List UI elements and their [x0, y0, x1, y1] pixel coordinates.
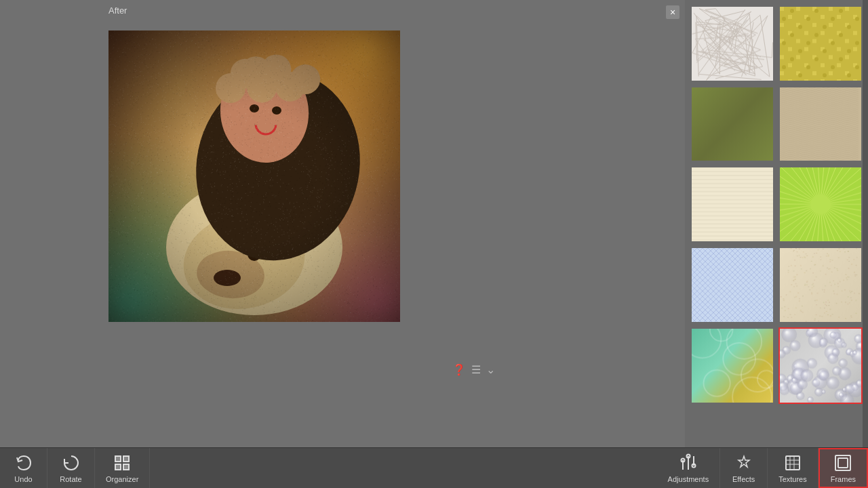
svg-rect-2 [115, 464, 121, 470]
photo-preview [108, 30, 400, 322]
close-button[interactable]: × [666, 5, 679, 19]
after-label: After [108, 5, 127, 16]
textures-label: Textures [778, 475, 807, 483]
svg-rect-10 [786, 456, 800, 470]
adjustments-button[interactable]: Adjustments [657, 448, 721, 488]
texture-item-10[interactable] [778, 327, 863, 404]
frames-button[interactable]: Frames [818, 448, 868, 488]
texture-item-7[interactable] [690, 247, 774, 323]
texture-item-8[interactable] [778, 247, 863, 323]
help-icon[interactable]: ❓ [452, 363, 466, 376]
textures-button[interactable]: Textures [768, 448, 818, 488]
adjustments-icon [679, 453, 698, 472]
texture-item-3[interactable] [690, 86, 774, 163]
texture-item-1[interactable] [690, 5, 774, 82]
undo-icon [14, 453, 33, 472]
texture-item-4[interactable] [778, 86, 863, 163]
textures-icon [783, 453, 802, 472]
undo-button[interactable]: Undo [0, 448, 47, 488]
undo-label: Undo [14, 475, 32, 483]
organizer-icon [113, 453, 132, 472]
texture-item-5[interactable] [690, 166, 774, 243]
svg-rect-0 [115, 456, 121, 462]
organizer-button[interactable]: Organizer [95, 448, 150, 488]
texture-grid [690, 5, 863, 404]
frames-icon [833, 453, 852, 472]
svg-rect-16 [838, 458, 848, 468]
effects-label: Effects [732, 475, 755, 483]
svg-rect-3 [123, 464, 129, 470]
svg-rect-1 [123, 456, 129, 462]
effects-button[interactable]: Effects [720, 448, 768, 488]
main-editing-area: After × ❓ ☰ ⌄ [0, 0, 685, 447]
rotate-label: Rotate [60, 475, 81, 483]
bottom-toolbar: Undo Rotate Organizer Adjustments [0, 447, 868, 488]
texture-item-6[interactable] [778, 166, 863, 243]
rotate-icon [62, 453, 81, 472]
dropdown-icon[interactable]: ⌄ [486, 363, 495, 376]
texture-item-2[interactable] [778, 5, 863, 82]
view-controls: ❓ ☰ ⌄ [452, 363, 495, 376]
rotate-button[interactable]: Rotate [47, 448, 95, 488]
texture-panel [685, 0, 868, 447]
list-view-icon[interactable]: ☰ [471, 363, 481, 376]
texture-item-9[interactable] [690, 327, 774, 404]
scrollbar[interactable] [863, 0, 868, 447]
organizer-label: Organizer [106, 475, 138, 483]
adjustments-label: Adjustments [668, 475, 709, 483]
effects-icon [734, 453, 753, 472]
frames-label: Frames [831, 475, 856, 483]
